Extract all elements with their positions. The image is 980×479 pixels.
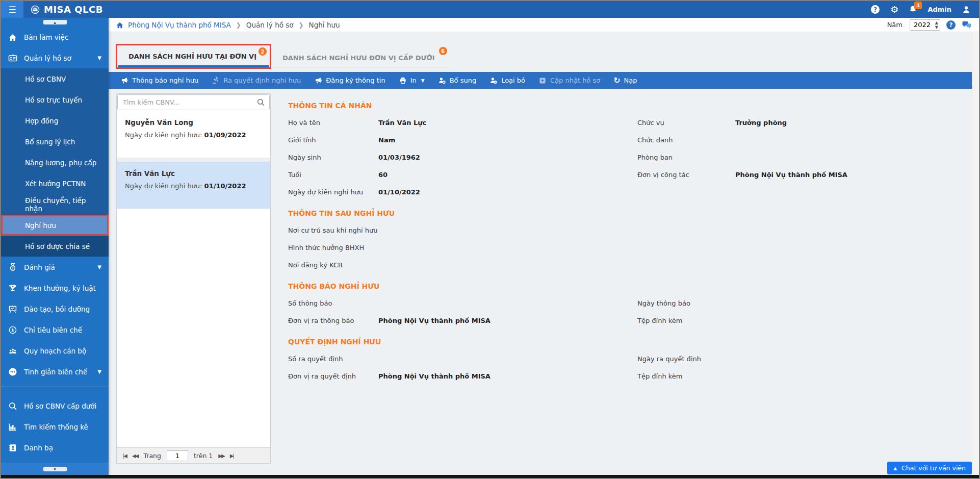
field-label: Ngày dự kiến nghỉ hưu <box>288 188 378 196</box>
sidebar-item-ho-so-cbnv[interactable]: Hồ sơ CBNV <box>1 68 109 89</box>
sidebar-item-ho-so-cbnv-cap-duoi[interactable]: Hồ sơ CBNV cấp dưới <box>1 395 109 416</box>
people-group-icon <box>8 346 17 356</box>
toolbar-button-label: Cập nhật hồ sơ <box>550 77 600 84</box>
sidebar-scroll-up[interactable]: ▲ <box>43 20 67 24</box>
tab-danh-sach-nghi-huu-tai-don-vi[interactable]: DANH SÁCH NGHỈ HƯU TẠI ĐƠN VỊ 2 <box>116 44 271 69</box>
field-label: Nơi cư trú sau khi nghỉ hưu <box>288 226 637 234</box>
sidebar: ▲ Bàn làm việc Quản lý hồ sơ ▼ Hồ sơ CBN… <box>1 18 109 475</box>
cap-nhat-ho-so-button[interactable]: Cập nhật hồ sơ <box>532 72 607 89</box>
field-value: Phòng Nội Vụ thành phố MISA <box>378 372 637 380</box>
gear-icon[interactable]: ⚙ <box>890 5 898 14</box>
retirement-details: THÔNG TIN CÁ NHÂN Họ và tên Trần Văn Lực… <box>288 102 966 385</box>
last-page-button[interactable]: ▶| <box>230 453 234 459</box>
breadcrumb-module[interactable]: Quản lý hồ sơ <box>246 21 294 29</box>
nap-button[interactable]: ↻ Nạp <box>607 72 643 89</box>
chat-bubbles-icon[interactable] <box>962 21 972 29</box>
breadcrumb-row: Phòng Nội Vụ thành phố MISA ❯ Quản lý hồ… <box>109 18 979 32</box>
breadcrumb-right-controls: Năm ▲▼ ? <box>887 19 972 31</box>
gavel-icon <box>212 77 220 85</box>
sidebar-item-nghi-huu-active[interactable]: Nghỉ hưu <box>1 215 109 236</box>
section-title-personal: THÔNG TIN CÁ NHÂN <box>288 102 966 110</box>
page-number-input[interactable] <box>167 450 188 461</box>
prev-page-button[interactable]: ◀◀ <box>132 453 138 459</box>
sidebar-item-danh-ba[interactable]: Danh bạ <box>1 437 109 458</box>
in-button[interactable]: In ▼ <box>392 72 431 89</box>
sidebar-item-dieu-chuyen-tiep-nhan[interactable]: Điều chuyển, tiếp nhận <box>1 194 109 215</box>
sidebar-item-hop-dong[interactable]: Hợp đồng <box>1 110 109 131</box>
year-spinner-arrows[interactable]: ▲▼ <box>935 20 938 30</box>
breadcrumb-current: Nghỉ hưu <box>309 21 340 29</box>
bo-sung-button[interactable]: Bổ sung <box>431 72 483 89</box>
field-label: Tệp đính kèm <box>637 372 735 380</box>
breadcrumb-unit[interactable]: Phòng Nội Vụ thành phố MISA <box>128 21 231 29</box>
detail-row: Hình thức hưởng BHXH <box>288 239 966 256</box>
employee-list-item-selected[interactable]: Trần Văn Lực Ngày dự kiến nghỉ hưu: 01/1… <box>117 162 270 209</box>
sidebar-divider <box>1 387 109 387</box>
sidebar-item-nang-luong-phu-cap[interactable]: Nâng lương, phụ cấp <box>1 152 109 173</box>
field-label: Đơn vị công tác <box>637 171 735 179</box>
loai-bo-button[interactable]: Loại bỏ <box>483 72 532 89</box>
help-circle-icon[interactable]: ? <box>946 20 956 30</box>
chat-support-button[interactable]: ▲ Chat với tư vấn viên <box>887 462 972 474</box>
search-input[interactable] <box>118 95 269 110</box>
thong-bao-nghi-huu-button[interactable]: Thông báo nghỉ hưu <box>114 72 205 89</box>
sidebar-item-label: Điều chuyển, tiếp nhận <box>25 196 101 213</box>
dang-ky-thong-tin-button[interactable]: Đăng ký thông tin <box>307 72 392 89</box>
field-label: Phòng ban <box>637 154 735 161</box>
home-icon[interactable] <box>116 21 124 29</box>
detail-row: Số thông báo Ngày thông báo <box>288 294 966 312</box>
field-value: Trưởng phòng <box>735 119 966 127</box>
idcard-icon <box>8 54 17 63</box>
help-icon[interactable]: ? <box>870 5 880 14</box>
toolbar-button-label: Bổ sung <box>450 77 477 84</box>
field-value: Nam <box>378 136 637 144</box>
sidebar-item-label: Đánh giá <box>24 263 55 271</box>
field-value: Trần Văn Lực <box>378 119 637 127</box>
next-page-button[interactable]: ▶▶ <box>218 453 224 459</box>
bar-chart-icon <box>8 422 17 432</box>
sidebar-item-tim-kiem-thong-ke[interactable]: Tìm kiếm thống kê <box>1 416 109 437</box>
sidebar-submenu-quan-ly-ho-so: Hồ sơ CBNV Hồ sơ trực tuyến Hợp đồng Bổ … <box>1 68 109 257</box>
sidebar-item-tinh-gian-bien-che[interactable]: Tinh giản biên chế ▼ <box>1 361 109 382</box>
user-name: Admin <box>927 6 951 13</box>
field-value: 01/03/1962 <box>378 154 637 161</box>
toolbar-button-label: In <box>410 77 417 84</box>
app-logo: MISA QLCB <box>31 4 103 15</box>
sidebar-item-ban-lam-viec[interactable]: Bàn làm việc <box>1 27 109 47</box>
toolbar-button-label: Đăng ký thông tin <box>326 77 385 84</box>
sidebar-item-bo-sung-ly-lich[interactable]: Bổ sung lý lịch <box>1 131 109 152</box>
detail-row: Giới tính Nam Chức danh <box>288 131 966 148</box>
field-label: Chức vụ <box>637 119 735 127</box>
sidebar-item-quan-ly-ho-so[interactable]: Quản lý hồ sơ ▼ <box>1 47 109 68</box>
detail-row: Số ra quyết định Ngày ra quyết định <box>288 350 966 367</box>
year-spinner: ▲▼ <box>910 19 940 31</box>
sidebar-item-ho-so-truc-tuyen[interactable]: Hồ sơ trực tuyến <box>1 89 109 110</box>
employee-list-item[interactable]: Nguyễn Văn Long Ngày dự kiến nghỉ hưu: 0… <box>117 111 270 158</box>
breadcrumb-separator: ❯ <box>299 21 304 29</box>
field-label: Đơn vị ra quyết định <box>288 372 378 380</box>
sidebar-item-xet-huong-pctnn[interactable]: Xét hưởng PCTNN <box>1 173 109 194</box>
year-input[interactable] <box>910 20 931 30</box>
section-title-notice: THÔNG BÁO NGHỈ HƯU <box>288 282 966 290</box>
sidebar-scroll-down[interactable]: ▼ <box>43 467 67 471</box>
sidebar-item-dao-tao-boi-duong[interactable]: Đào tạo, bồi dưỡng <box>1 298 109 319</box>
ra-quyet-dinh-nghi-huu-button[interactable]: Ra quyết định nghỉ hưu <box>205 72 307 89</box>
trophy-icon <box>8 284 17 293</box>
chevron-down-icon: ▼ <box>97 55 101 61</box>
field-label: Đơn vị ra thông báo <box>288 317 378 324</box>
sidebar-item-chi-tieu-bien-che[interactable]: Chỉ tiêu biên chế <box>1 319 109 340</box>
tab-danh-sach-nghi-huu-don-vi-cap-duoi[interactable]: DANH SÁCH NGHỈ HƯU ĐƠN VỊ CẤP DƯỚI 6 <box>271 47 448 69</box>
app-window: ☰ MISA QLCB ? ⚙ 1 Admin <box>0 0 980 479</box>
first-page-button[interactable]: |◀ <box>123 453 126 459</box>
toolbar-button-label: Ra quyết định nghỉ hưu <box>223 77 301 84</box>
user-avatar-icon[interactable] <box>962 5 971 14</box>
sidebar-item-quy-hoach-can-bo[interactable]: Quy hoạch cán bộ <box>1 340 109 361</box>
sidebar-item-danh-gia[interactable]: 1 Đánh giá ▼ <box>1 257 109 278</box>
bell-icon[interactable]: 1 <box>909 5 917 14</box>
sidebar-item-ho-so-duoc-chia-se[interactable]: Hồ sơ được chia sẻ <box>1 236 109 257</box>
sidebar-item-label: Đào tạo, bồi dưỡng <box>24 305 90 313</box>
search-icon[interactable] <box>256 98 265 107</box>
hamburger-menu-icon[interactable]: ☰ <box>1 1 23 18</box>
sidebar-item-khen-thuong-ky-luat[interactable]: Khen thưởng, kỷ luật <box>1 278 109 298</box>
refresh-icon: ↻ <box>613 77 620 85</box>
